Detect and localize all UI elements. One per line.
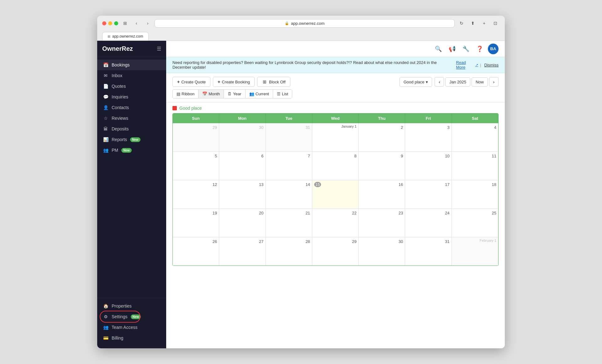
cal-day-jan4[interactable]: 4 [452, 123, 498, 151]
cal-day-jan29[interactable]: 29 [312, 237, 359, 266]
cal-day-dec30[interactable]: 30 [219, 123, 266, 151]
block-off-button[interactable]: ⊞ Block Off [257, 77, 290, 87]
cal-day-dec29[interactable]: 29 [173, 123, 219, 151]
new-tab-button[interactable]: + [480, 19, 488, 28]
cal-day-jan27[interactable]: 27 [219, 237, 266, 266]
sidebar-item-team-access[interactable]: 👥 Team Access [97, 322, 166, 333]
cal-day-jan25[interactable]: 25 [452, 209, 498, 237]
cal-day-jan31[interactable]: 31 [405, 237, 452, 266]
plus-icon-quote: + [177, 79, 180, 84]
sidebar-item-bookings[interactable]: 📅 Bookings [97, 60, 166, 70]
cal-day-feb1[interactable]: February 1 [452, 237, 498, 266]
cal-day-jan21[interactable]: 21 [266, 209, 312, 237]
close-button[interactable] [102, 21, 106, 25]
sidebar-item-settings[interactable]: ⚙ Settings New [97, 311, 166, 322]
sidebar-item-inbox[interactable]: ✉ Inbox [97, 70, 166, 81]
help-button[interactable]: ❓ [474, 43, 485, 55]
day-num-jan27: 27 [221, 239, 263, 245]
cal-day-jan19[interactable]: 19 [173, 209, 219, 237]
day-num-jan12: 12 [175, 182, 217, 187]
active-tab[interactable]: ⊞ app.ownerrez.com [102, 32, 149, 40]
nav-label-properties: Properties [112, 303, 132, 309]
cal-day-jan2[interactable]: 2 [359, 123, 405, 151]
cal-day-jan15[interactable]: 15 [312, 180, 359, 208]
calendar-body: 29 30 31 January 1 2 3 4 5 [173, 123, 498, 266]
inquiries-icon: 💬 [103, 94, 108, 99]
view-ribbon-button[interactable]: ▤ Ribbon [173, 90, 198, 98]
wrench-button[interactable]: 🔧 [460, 43, 472, 55]
cal-header-mon: Mon [219, 113, 266, 123]
cal-day-jan10[interactable]: 10 [405, 152, 452, 180]
notification-banner: Need reporting for disabled properties? … [166, 57, 505, 73]
view-year-button[interactable]: 🗓 Year [224, 90, 245, 98]
cal-day-jan14[interactable]: 14 [266, 180, 312, 208]
forward-button[interactable]: › [143, 19, 152, 28]
cal-header-sun: Sun [173, 113, 219, 123]
refresh-button[interactable]: ↻ [457, 19, 466, 28]
cal-day-jan16[interactable]: 16 [359, 180, 405, 208]
cal-day-jan6[interactable]: 6 [219, 152, 266, 180]
cal-day-jan9[interactable]: 9 [359, 152, 405, 180]
sidebar-toggle-button[interactable]: ⊞ [121, 19, 129, 28]
dismiss-link[interactable]: Dismiss [484, 63, 499, 67]
cal-day-jan23[interactable]: 23 [359, 209, 405, 237]
read-more-link[interactable]: Read More ↗ [456, 60, 478, 70]
nav-label-billing: Billing [112, 335, 123, 340]
reviews-icon: ☆ [103, 116, 108, 121]
cal-day-jan1[interactable]: January 1 [312, 123, 359, 151]
cal-day-jan7[interactable]: 7 [266, 152, 312, 180]
sidebar-item-inquiries[interactable]: 💬 Inquiries [97, 92, 166, 102]
calendar-week-3: 12 13 14 15 16 17 18 [173, 180, 498, 208]
prev-period-button[interactable]: ‹ [435, 77, 444, 87]
property-selector[interactable]: Good place ▾ [399, 77, 432, 87]
sidebar-item-deposits[interactable]: 🏛 Deposits [97, 124, 166, 134]
minimize-button[interactable] [108, 21, 112, 25]
calendar-week-5: 26 27 28 29 30 31 February 1 [173, 237, 498, 266]
now-button[interactable]: Now [472, 77, 488, 87]
cal-day-jan22[interactable]: 22 [312, 209, 359, 237]
share-button[interactable]: ⬆ [468, 19, 477, 28]
cal-day-dec31[interactable]: 31 [266, 123, 312, 151]
notifications-button[interactable]: 📢 [446, 43, 458, 55]
view-list-button[interactable]: ☰ List [273, 90, 292, 98]
cal-day-jan11[interactable]: 11 [452, 152, 498, 180]
search-button[interactable]: 🔍 [433, 43, 444, 55]
sidebar-item-billing[interactable]: 💳 Billing [97, 333, 166, 343]
view-current-button[interactable]: 👥 Current [246, 90, 273, 98]
menu-icon[interactable]: ☰ [157, 46, 161, 52]
sidebar-item-quotes[interactable]: 📄 Quotes [97, 81, 166, 92]
cal-day-jan28[interactable]: 28 [266, 237, 312, 266]
day-num-jan7: 7 [268, 153, 310, 159]
create-booking-button[interactable]: + Create Booking [213, 77, 255, 87]
cal-day-jan13[interactable]: 13 [219, 180, 266, 208]
sidebar-item-pm[interactable]: 👥 PM New [97, 145, 166, 156]
address-bar[interactable]: 🔒 app.ownerrez.com [155, 19, 455, 28]
user-avatar[interactable]: BA [488, 44, 499, 54]
sidebar-item-reviews[interactable]: ☆ Reviews [97, 113, 166, 124]
pipe-separator: | [480, 63, 481, 67]
cal-day-jan18[interactable]: 18 [452, 180, 498, 208]
view-month-button[interactable]: 📅 Month [198, 90, 224, 98]
maximize-button[interactable] [114, 21, 118, 25]
pm-badge: New [121, 148, 132, 153]
next-period-button[interactable]: › [489, 77, 499, 87]
create-quote-button[interactable]: + Create Quote [172, 77, 210, 87]
cal-day-jan17[interactable]: 17 [405, 180, 452, 208]
nav-label-quotes: Quotes [112, 84, 126, 89]
traffic-lights [102, 21, 118, 25]
back-button[interactable]: ‹ [132, 19, 141, 28]
extensions-button[interactable]: ⊡ [491, 19, 500, 28]
cal-day-jan8[interactable]: 8 [312, 152, 359, 180]
cal-day-jan5[interactable]: 5 [173, 152, 219, 180]
cal-day-jan12[interactable]: 12 [173, 180, 219, 208]
cal-day-jan20[interactable]: 20 [219, 209, 266, 237]
cal-day-jan26[interactable]: 26 [173, 237, 219, 266]
day-num-jan9: 9 [361, 153, 403, 159]
cal-day-jan24[interactable]: 24 [405, 209, 452, 237]
sidebar-item-properties[interactable]: 🏠 Properties [97, 301, 166, 311]
sidebar-item-contacts[interactable]: 👤 Contacts [97, 102, 166, 113]
nav-label-reviews: Reviews [112, 116, 128, 121]
sidebar-item-reports[interactable]: 📊 Reports New [97, 134, 166, 145]
cal-day-jan30[interactable]: 30 [359, 237, 405, 266]
cal-day-jan3[interactable]: 3 [405, 123, 452, 151]
